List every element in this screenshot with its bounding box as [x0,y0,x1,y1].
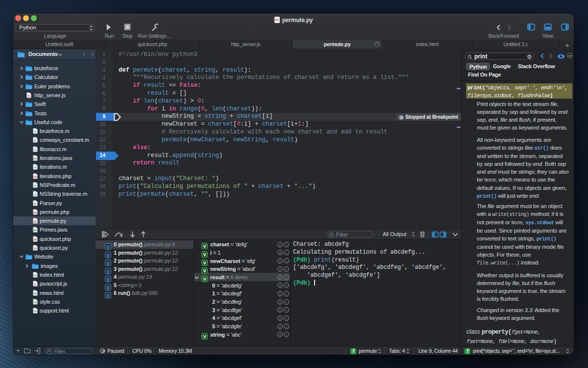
svg-text:js: js [27,95,30,97]
svg-text:php: php [33,238,37,241]
svg-text:css: css [33,301,37,304]
svg-text:m: m [34,139,36,142]
svg-text:m: m [34,193,36,196]
svg-text:html: html [33,310,37,313]
svg-text:m: m [34,131,36,133]
svg-text:m: m [34,166,36,169]
svg-text:html: html [33,292,37,295]
svg-text:py: py [34,203,37,205]
svg-text:m: m [34,149,36,151]
svg-text:js: js [34,283,36,286]
svg-text:php: php [33,211,37,214]
svg-text:html: html [33,274,37,277]
svg-text:py: py [34,247,37,250]
svg-text:php: php [33,176,37,178]
svg-text:m: m [34,184,36,187]
svg-text:py: py [34,220,37,223]
svg-text:java: java [33,229,38,232]
svg-text:java: java [33,158,38,160]
